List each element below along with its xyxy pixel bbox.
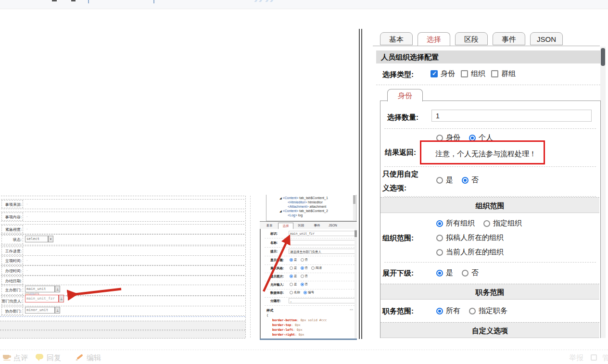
radio-drafter-org[interactable]: 拟稿人所在的组织 (436, 233, 504, 242)
tree-tag: <Htmleditor> (288, 201, 307, 204)
prop-separator-input[interactable]: , (289, 298, 355, 303)
css-prop: border-left (272, 328, 293, 332)
prop-label: 分隔符: (270, 299, 281, 303)
radio-option[interactable]: 否 (301, 258, 308, 262)
tree-item[interactable]: <Attachment> attachment (288, 204, 326, 209)
field-label: 部门负责人: (1, 297, 23, 305)
main-unit-fzr-input[interactable]: main_unit_fzr (25, 295, 59, 302)
radio-current-org[interactable]: 当前人所在的组织 (436, 248, 504, 257)
radio-all[interactable]: 所有 (436, 306, 460, 315)
mini-tab-section[interactable]: 区段 (294, 223, 308, 228)
radio-option[interactable]: 否 (301, 274, 308, 278)
tab-section[interactable]: 区段 (455, 32, 488, 45)
expander-icon[interactable]: ◢ (279, 210, 282, 213)
radio-label: 否 (305, 274, 308, 278)
form-row: 事项来源:· (1, 199, 244, 209)
tree-tag: <Content> (283, 196, 299, 200)
tree-scrollbar[interactable] (353, 195, 355, 220)
radio-all-orgs[interactable]: 所有组织 (436, 219, 475, 228)
minor-unit-picker-icon[interactable]: ⊥ (55, 307, 60, 314)
checkbox-label: 身份 (441, 69, 455, 78)
tab-json[interactable]: JSON (530, 32, 563, 45)
text-remnant (71, 0, 76, 1)
tree-name: attachment (310, 205, 327, 208)
field-label: 状态: (1, 235, 23, 244)
radio-option[interactable]: 阅读 (311, 266, 322, 270)
checkbox-group[interactable]: 群组 (491, 69, 516, 78)
radio-yes[interactable]: 是 (436, 268, 453, 277)
tree-item[interactable]: <Htmleditor> htmleditor (288, 200, 323, 204)
radio-no[interactable]: 否 (462, 176, 479, 185)
reply-button[interactable]: 回复 (47, 353, 61, 363)
radio-icon (469, 308, 476, 314)
field-mark: · (26, 214, 28, 219)
manage-checkbox[interactable] (591, 354, 597, 361)
mini-tab-event[interactable]: 事件 (310, 223, 324, 228)
report-button[interactable]: 举报 (569, 353, 583, 363)
expander-icon[interactable]: ◢ (279, 197, 282, 200)
expand-label: 展开下级: (382, 269, 414, 278)
status-select[interactable]: select (25, 236, 48, 242)
radio-icon (436, 220, 443, 227)
form-designer-canvas: 事项来源:· 事项内容:· 紧急程度:· 状态: 工作进度: 立项时间:· 办理… (0, 195, 252, 340)
panel-scrollbar-thumb[interactable] (601, 48, 605, 66)
tab-basic[interactable]: 基本 (380, 32, 413, 45)
checkbox-org[interactable]: 组织 (461, 69, 485, 78)
tab-select[interactable]: 选择 (418, 32, 450, 46)
custom-only-label-line2: 义选项: (382, 184, 406, 193)
code-toggle-icon[interactable]: <> (350, 308, 353, 311)
field-label: 协办部门: (1, 307, 23, 315)
form-row: 立项时间:· (1, 255, 244, 265)
count-input[interactable]: 1 (431, 110, 592, 122)
radio-option[interactable]: 否 (301, 266, 308, 270)
review-button[interactable]: 点评 (13, 353, 28, 363)
radio-specified-orgs[interactable]: 指定组织 (483, 219, 522, 228)
radio-yes[interactable]: 是 (436, 176, 453, 185)
edit-button[interactable]: 编辑 (87, 353, 101, 363)
radio-icon (301, 283, 304, 286)
minor-unit-input[interactable]: minor_unit (25, 307, 55, 314)
props-scrollbar[interactable] (355, 229, 357, 339)
prop-name-input[interactable] (289, 240, 355, 245)
checkbox-identity[interactable]: 身份 (431, 69, 455, 78)
tree-item[interactable]: <Log> log (288, 213, 303, 217)
custom-options-band: 自定义选项 (380, 322, 599, 338)
mini-tab-basic[interactable]: 基本 (262, 223, 277, 228)
tree-scrollbar-thumb[interactable] (353, 195, 355, 204)
reply-bubble-icon[interactable] (36, 354, 44, 361)
main-unit-picker-icon[interactable]: ⊥ (55, 286, 60, 292)
css-val: : 0px (293, 328, 303, 332)
radio-no[interactable]: 否 (462, 268, 479, 277)
radio-icon (462, 177, 469, 184)
radio-label: 所有组织 (446, 219, 475, 228)
select-type-group: 身份 组织 群组 (431, 69, 516, 78)
main-unit-input[interactable]: main_unit (25, 286, 55, 292)
props-scrollbar-thumb[interactable] (355, 230, 357, 237)
prop-radio-group: 是否阅读 (290, 266, 322, 270)
text-remnant (153, 0, 154, 3)
radio-label: 所有 (446, 306, 460, 315)
radio-label: 阅读 (316, 266, 322, 270)
edit-pencil-icon[interactable] (76, 353, 84, 361)
radio-label: 否 (305, 282, 308, 287)
mini-tab-json[interactable]: JSON (326, 223, 340, 228)
tree-item[interactable]: ◢<Content> tab_tab$Content_2 (279, 209, 328, 213)
prop-id-input[interactable]: main_unit_fzr (289, 231, 355, 236)
post-footer: 点评 回复 编辑 举报 管 (0, 350, 608, 364)
field-label: 工作进度: (1, 247, 23, 255)
panel-scrollbar[interactable] (600, 47, 606, 338)
select-arrow-icon[interactable]: ▼ (48, 236, 53, 242)
radio-specified-duty[interactable]: 指定职务 (469, 306, 507, 315)
prop-hint-input[interactable]: 请选择主办部门负责人 (289, 249, 355, 254)
radio-option[interactable]: 否 (301, 282, 308, 287)
mini-designer-panel: ◢<Content> tab_tab$Content_1 <Htmleditor… (258, 195, 359, 340)
radio-option[interactable]: 编号 (304, 290, 314, 295)
field-mark: · (26, 202, 28, 206)
coffee-icon[interactable] (3, 354, 11, 361)
mini-tab-select[interactable]: 选择 (278, 223, 293, 229)
tab-event[interactable]: 事件 (493, 32, 525, 45)
css-val: : 0px (291, 323, 301, 327)
inner-tab-identity[interactable]: 身份 (387, 89, 423, 101)
manage-label[interactable]: 管 (602, 353, 608, 363)
org-scope-band: 组织范围 (380, 197, 599, 213)
